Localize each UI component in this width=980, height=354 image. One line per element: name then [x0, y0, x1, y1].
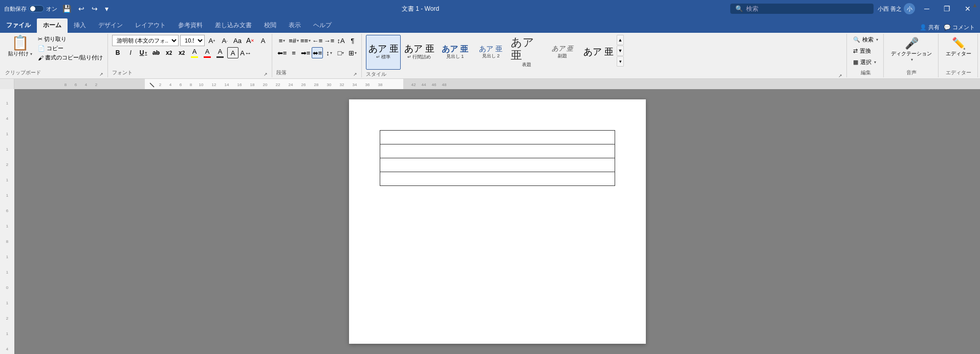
tab-design[interactable]: デザイン [92, 18, 129, 33]
borders-button[interactable]: ⊞▾ [347, 47, 358, 58]
font-color-button[interactable]: A [202, 47, 213, 58]
qat-more-button[interactable]: ▾ [103, 4, 111, 14]
align-left-button[interactable]: ⬅≡ [276, 47, 288, 58]
bold-button[interactable]: B [112, 47, 123, 58]
tab-review[interactable]: 校閲 [258, 18, 282, 33]
style-item-h2[interactable]: あア 亜 見出し 2 [473, 35, 508, 70]
ruler-corner[interactable] [0, 79, 14, 89]
tab-view[interactable]: 表示 [282, 18, 307, 33]
tab-mailings[interactable]: 差し込み文書 [209, 18, 258, 33]
font-size-select[interactable]: 10.5 [180, 35, 205, 46]
autosave-area: 自動保存 オン [4, 5, 57, 13]
style-item-7[interactable]: あア 亜 [581, 35, 616, 70]
table-row[interactable] [380, 172, 615, 186]
style-preview-compact: あア 亜 [404, 44, 434, 54]
dictate-button[interactable]: 🎤 ディクテーション ▾ [888, 35, 935, 64]
table-cell[interactable] [380, 144, 615, 158]
collapse-ribbon-button[interactable]: ▲ [970, 0, 980, 10]
find-button[interactable]: 🔍 検索 ▾ [851, 35, 880, 45]
numbered-list-button[interactable]: ≡#▾ [288, 35, 299, 46]
minimize-button[interactable]: ─ [919, 3, 934, 15]
copy-button[interactable]: 📄 コピー [36, 44, 104, 53]
case-button[interactable]: Aa [232, 35, 243, 46]
tab-layout[interactable]: レイアウト [129, 18, 172, 33]
tab-references[interactable]: 参考資料 [172, 18, 209, 33]
select-button[interactable]: ▦ 選択 ▾ [851, 57, 880, 67]
document-table[interactable] [380, 130, 615, 186]
table-row[interactable] [380, 131, 615, 144]
styles-scroll-down[interactable]: ▼ [617, 46, 624, 56]
subscript-button[interactable]: x2 [163, 47, 175, 58]
editor-button[interactable]: ✏️ エディター [943, 35, 974, 59]
doc-area: 1 4 1 1 2 1 1 6 1 8 1 1 0 1 2 1 4 [0, 89, 980, 354]
char-border-button[interactable]: A [227, 47, 238, 58]
app-title: 文書 1 - Word [402, 5, 439, 13]
shading-button[interactable]: □▾ [335, 47, 346, 58]
styles-launcher[interactable]: ↗ [837, 73, 843, 79]
tab-file[interactable]: ファイル [0, 18, 37, 33]
table-row[interactable] [380, 158, 615, 172]
style-item-compact[interactable]: あア 亜 ↵ 行間詰め [402, 35, 437, 70]
show-marks-button[interactable]: ¶ [347, 35, 358, 46]
style-item-title[interactable]: あア 亜 表題 [509, 35, 544, 70]
style-item-subtitle[interactable]: あア 亜 副題 [545, 35, 580, 70]
paragraph-launcher[interactable]: ↗ [352, 71, 358, 77]
shrink-font-button[interactable]: A- [219, 35, 230, 46]
char-shading-button[interactable]: A [214, 47, 226, 58]
char-spacing-button[interactable]: A↔ [240, 47, 251, 58]
increase-indent-button[interactable]: →≡ [323, 35, 335, 46]
page-area[interactable] [14, 89, 980, 354]
share-button[interactable]: 👤 共有 [920, 24, 940, 31]
table-cell[interactable] [380, 158, 615, 172]
cut-button[interactable]: ✂ 切り取り [36, 35, 104, 44]
styles-group: あア 亜 ↵ 標準 あア 亜 ↵ 行間詰め あア 亜 見出し 1 あア 亜 見出… [363, 34, 847, 77]
superscript-button[interactable]: x2 [176, 47, 187, 58]
restore-button[interactable]: ❐ [939, 3, 955, 15]
tab-home[interactable]: ホーム [37, 18, 68, 33]
style-item-normal[interactable]: あア 亜 ↵ 標準 [366, 35, 401, 70]
table-row[interactable] [380, 144, 615, 158]
format-painter-button[interactable]: 🖌 書式のコピー/貼り付け [36, 53, 104, 62]
tab-insert[interactable]: 挿入 [68, 18, 92, 33]
styles-scroll-up[interactable]: ▲ [617, 35, 624, 45]
underline-button[interactable]: U ▾ [138, 47, 149, 58]
comment-button[interactable]: 💬 コメント [944, 24, 975, 31]
line-spacing-button[interactable]: ↕▾ [323, 47, 335, 58]
clear-format-button[interactable]: A✕ [245, 35, 256, 46]
strikethrough-button[interactable]: ab [150, 47, 162, 58]
align-justify-button[interactable]: ⬌≡ [312, 47, 323, 58]
bullet-list-button[interactable]: ≡▾ [276, 35, 288, 46]
font-name-select[interactable]: 游明朝 (本文のフォ... [112, 35, 179, 46]
undo-button[interactable]: ↩ [76, 4, 86, 14]
search-bar[interactable]: 🔍 [730, 4, 874, 14]
autosave-toggle[interactable] [29, 5, 44, 12]
sort-button[interactable]: ↕A [335, 35, 346, 46]
table-cell[interactable] [380, 172, 615, 186]
font-launcher[interactable]: ↗ [263, 71, 269, 77]
multilevel-list-button[interactable]: ≡≡▾ [300, 35, 311, 46]
tab-help[interactable]: ヘルプ [307, 18, 338, 33]
text-effect-button[interactable]: A [257, 35, 269, 46]
table-cell[interactable] [380, 131, 615, 144]
style-preview-subtitle: あア 亜 [552, 45, 574, 52]
replace-button[interactable]: ⇄ 置換 [851, 46, 880, 56]
style-item-h1[interactable]: あア 亜 見出し 1 [438, 35, 472, 70]
align-center-button[interactable]: ≡ [288, 47, 299, 58]
decrease-indent-button[interactable]: ←≡ [312, 35, 323, 46]
paste-button[interactable]: 📋 貼り付け ▾ [5, 35, 35, 58]
text-highlight-button[interactable]: A [189, 47, 200, 58]
search-input[interactable] [746, 5, 859, 12]
grow-font-button[interactable]: A+ [206, 35, 217, 46]
italic-button[interactable]: I [125, 47, 136, 58]
styles-expand[interactable]: ▾ [617, 56, 624, 67]
clipboard-launcher[interactable]: ↗ [98, 71, 104, 77]
style-label-h1: 見出し 1 [446, 53, 464, 60]
document-page[interactable] [349, 99, 646, 344]
save-button[interactable]: 💾 [60, 4, 73, 14]
svg-text:1: 1 [6, 331, 9, 336]
align-right-button[interactable]: ➡≡ [300, 47, 311, 58]
svg-text:2: 2 [6, 316, 9, 321]
paragraph-label: 段落 [276, 68, 287, 77]
user-avatar[interactable]: 小 [904, 3, 915, 14]
redo-button[interactable]: ↪ [90, 4, 100, 14]
